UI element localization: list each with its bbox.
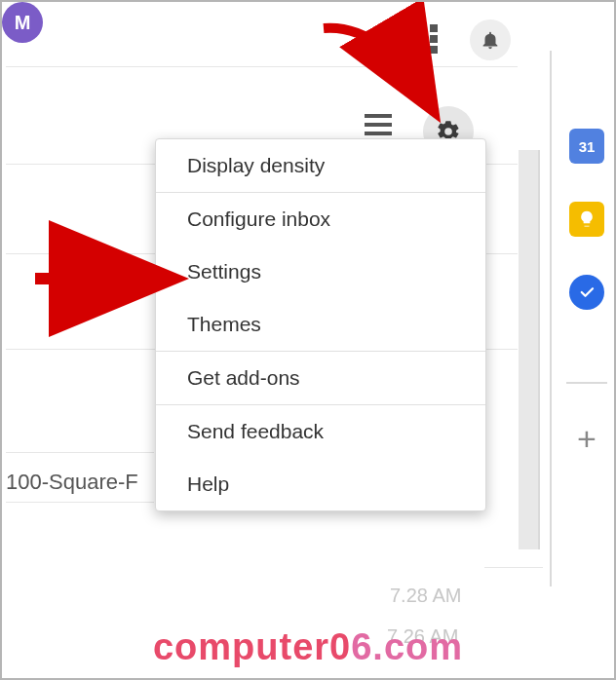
plus-icon: + [577, 420, 597, 458]
menu-item-label: Send feedback [187, 420, 324, 442]
bell-icon [480, 29, 501, 51]
account-avatar[interactable]: M [2, 2, 43, 43]
menu-item-help[interactable]: Help [156, 458, 485, 510]
checkmark-icon [578, 283, 596, 301]
menu-item-label: Themes [187, 313, 261, 335]
calendar-app-button[interactable]: 31 [569, 129, 604, 164]
lightbulb-icon [577, 209, 597, 229]
scrollbar-track[interactable] [519, 150, 540, 549]
menu-item-send-feedback[interactable]: Send feedback [156, 405, 485, 458]
annotation-arrow-settings [29, 247, 195, 320]
settings-dropdown-menu: Display density Configure inbox Settings… [155, 138, 486, 511]
side-panel-divider [566, 382, 607, 384]
annotation-arrow-gear [314, 14, 470, 154]
menu-item-label: Configure inbox [187, 208, 330, 230]
menu-item-settings[interactable]: Settings [156, 246, 485, 298]
email-time: 7.28 AM [390, 585, 461, 607]
side-panel: 31 + [550, 51, 616, 586]
watermark-part2: 6.com [351, 626, 463, 667]
menu-item-get-addons[interactable]: Get add-ons [156, 352, 485, 404]
calendar-icon: 31 [579, 138, 596, 155]
menu-item-label: Display density [187, 154, 325, 176]
menu-item-themes[interactable]: Themes [156, 298, 485, 351]
menu-item-label: Settings [187, 260, 261, 283]
list-divider [6, 502, 154, 503]
tasks-app-button[interactable] [569, 275, 604, 310]
notifications-button[interactable] [470, 19, 511, 60]
watermark-text: computer06.com [2, 626, 614, 668]
email-row-preview[interactable]: 100-Square-F [6, 470, 138, 495]
list-divider [484, 567, 543, 568]
watermark-part1: computer0 [153, 626, 351, 667]
keep-app-button[interactable] [569, 202, 604, 237]
menu-item-configure-inbox[interactable]: Configure inbox [156, 193, 485, 246]
add-app-button[interactable]: + [569, 421, 604, 456]
avatar-letter: M [15, 12, 31, 34]
menu-item-label: Help [187, 472, 229, 495]
menu-item-label: Get add-ons [187, 366, 300, 389]
list-divider [6, 452, 154, 453]
